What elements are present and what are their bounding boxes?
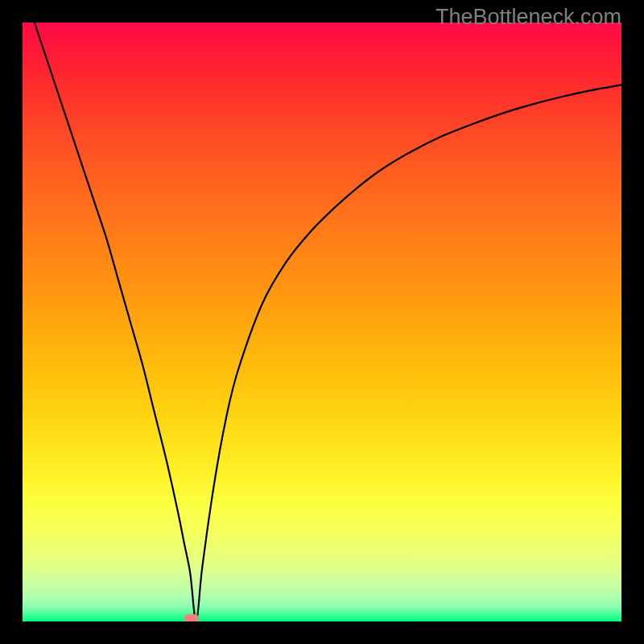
chart-container: TheBottleneck.com: [0, 0, 644, 644]
bottleneck-curve: [23, 23, 621, 621]
watermark-label: TheBottleneck.com: [436, 5, 621, 30]
plot-area: [23, 23, 621, 621]
minimum-marker: [184, 614, 199, 621]
